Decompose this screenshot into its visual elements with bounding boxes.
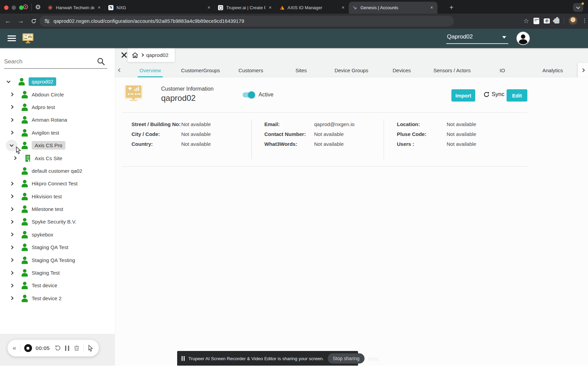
back-icon[interactable]: ←	[3, 17, 12, 26]
tab-customers[interactable]: Customers	[226, 63, 276, 77]
stop-sharing-button[interactable]: Stop sharing	[328, 353, 365, 364]
browser-tab[interactable]: NNXG×	[105, 2, 215, 14]
tab-overview[interactable]: Overview	[125, 63, 175, 77]
expand-icon[interactable]	[11, 152, 18, 164]
tree-item[interactable]: Test device	[0, 279, 115, 292]
refresh-icon[interactable]	[29, 17, 38, 26]
tree-item-label[interactable]: Abdoun Circle	[32, 92, 64, 97]
tree-item-label[interactable]: Hikpro Connect Test	[32, 181, 78, 186]
profile-avatar[interactable]	[569, 16, 577, 25]
tab-close-icon[interactable]: ×	[429, 5, 434, 11]
browser-tab[interactable]: Trupeer.ai | Create Product V×	[215, 2, 276, 14]
tree-item-label[interactable]: Staging Test	[32, 270, 60, 276]
tree-item[interactable]: Staging QA Testing	[0, 254, 115, 266]
tree-item[interactable]: default customer qa02	[0, 165, 115, 177]
search-input[interactable]	[4, 58, 96, 65]
expand-icon[interactable]	[8, 292, 15, 304]
tree-item-label[interactable]: Avigilon test	[32, 130, 59, 136]
expand-icon[interactable]	[8, 242, 15, 253]
expand-icon[interactable]	[8, 127, 15, 138]
browser-tab[interactable]: AXIS IO Manager×	[276, 2, 349, 14]
tree-item[interactable]: Staging Test	[0, 266, 115, 279]
import-button[interactable]: Import	[451, 89, 475, 102]
restart-icon[interactable]	[55, 345, 61, 351]
url-bar[interactable]: qaprod02.nxgen.cloud/configuration/accou…	[40, 16, 454, 27]
tree-item[interactable]: Hikvision test	[0, 190, 115, 203]
tree-item[interactable]: Avigilon test	[0, 126, 115, 139]
tree-item-label[interactable]: Hikvision test	[32, 194, 62, 199]
collapse-icon[interactable]	[8, 140, 15, 151]
tree-item[interactable]: Adpro test	[0, 101, 115, 113]
tab-sensors-actors[interactable]: Sensors / Actors	[427, 63, 477, 77]
expand-icon[interactable]	[8, 280, 15, 291]
expand-icon[interactable]	[8, 203, 15, 215]
tree-item-label[interactable]: Axis CS Pro	[32, 141, 65, 150]
tab-close-icon[interactable]: ×	[340, 5, 346, 11]
new-tab-button[interactable]: +	[447, 3, 456, 12]
trash-icon[interactable]	[74, 345, 80, 351]
extensions-puzzle-icon[interactable]	[554, 18, 559, 24]
breadcrumb-current[interactable]: qaprod02	[146, 52, 169, 58]
close-window-button[interactable]	[4, 5, 9, 10]
scroll-tabs-left-button[interactable]	[115, 63, 125, 77]
pause-icon[interactable]	[65, 345, 70, 351]
expand-icon[interactable]	[8, 101, 15, 113]
user-avatar-icon[interactable]	[516, 32, 530, 45]
tree-item-label[interactable]: Amman Rotana	[32, 117, 67, 123]
tab-analytics[interactable]: Analytics	[527, 63, 578, 77]
stop-record-icon[interactable]	[24, 344, 32, 352]
tab-customergroups[interactable]: CustomerGroups	[175, 63, 226, 77]
tree-item[interactable]: Milestone test	[0, 203, 115, 215]
tree-item[interactable]: spykebox	[0, 228, 115, 241]
tree-item-label[interactable]: Milestone test	[32, 206, 63, 212]
tree-item-label[interactable]: spykebox	[32, 232, 53, 237]
tree-item-label[interactable]: Staging QA Test	[32, 244, 68, 250]
tree-item-label[interactable]: Adpro test	[32, 104, 55, 110]
url-text[interactable]: qaprod02.nxgen.cloud/configuration/accou…	[53, 18, 244, 24]
expand-icon[interactable]	[8, 114, 15, 126]
extension-doc-icon[interactable]: 1	[533, 18, 539, 24]
tree-item-label[interactable]: Staging QA Testing	[32, 257, 75, 263]
tab-io[interactable]: IO	[477, 63, 528, 77]
tree-item-label[interactable]: Spyke Security B.V.	[32, 219, 76, 225]
tree-item[interactable]: Hikpro Connect Test	[0, 177, 115, 190]
expand-icon[interactable]	[8, 267, 15, 279]
forward-icon[interactable]: →	[16, 17, 25, 26]
chatgpt-icon[interactable]	[35, 4, 41, 10]
hamburger-menu-icon[interactable]	[7, 35, 16, 41]
minimize-window-button[interactable]	[12, 5, 16, 10]
account-selector[interactable]: Qaprod02	[446, 33, 508, 40]
tree-item-label[interactable]: Test device	[32, 282, 57, 288]
tree-item-label[interactable]: Test device 2	[32, 295, 62, 301]
tree-item[interactable]: Staging QA Test	[0, 241, 115, 254]
tab-sites[interactable]: Sites	[276, 63, 326, 77]
edit-button[interactable]: Edit	[507, 89, 527, 102]
search-icon[interactable]	[96, 57, 106, 66]
tree-item[interactable]: Abdoun Circle	[0, 88, 115, 101]
browser-tab[interactable]: Hanwah Techwin device API e×	[44, 2, 105, 14]
tab-close-icon[interactable]: ×	[96, 5, 102, 11]
collapse-icon[interactable]	[5, 76, 12, 88]
tab-devices[interactable]: Devices	[376, 63, 427, 77]
tab-close-icon[interactable]: ×	[206, 5, 212, 11]
expand-icon[interactable]	[8, 254, 15, 266]
expand-icon[interactable]	[8, 229, 15, 240]
active-toggle[interactable]	[243, 92, 254, 97]
expand-icon[interactable]	[8, 216, 15, 228]
tree-item[interactable]: Amman Rotana	[0, 113, 115, 126]
expand-icon[interactable]	[8, 178, 15, 189]
expand-icon[interactable]	[8, 89, 15, 100]
tree-item[interactable]: Test device 2	[0, 292, 115, 305]
tab-device-groups[interactable]: Device Groups	[326, 63, 377, 77]
collapse-chevrons-icon[interactable]: «	[13, 344, 16, 352]
tab-search-button[interactable]	[573, 3, 583, 12]
tree-item-label[interactable]: qaprod02	[29, 77, 56, 86]
sync-button[interactable]: Sync	[483, 91, 505, 98]
tree-item[interactable]: qaprod02	[0, 75, 115, 88]
dashboard-logo-icon[interactable]	[22, 33, 34, 44]
expand-icon[interactable]	[8, 190, 15, 202]
kebab-menu-icon[interactable]: ⋮	[582, 19, 585, 22]
scroll-tabs-right-button[interactable]	[578, 63, 588, 77]
home-icon[interactable]	[132, 52, 138, 58]
browser-tab[interactable]: Genesis | Accounts×	[349, 2, 437, 14]
